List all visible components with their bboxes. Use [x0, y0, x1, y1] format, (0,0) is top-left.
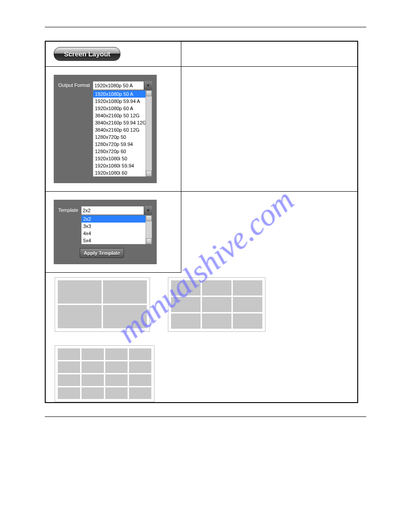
footer-divider	[45, 416, 366, 417]
apply-template-button[interactable]: Apply Template	[80, 248, 124, 258]
dropdown-option[interactable]: 1920x1080i 60	[93, 169, 146, 176]
chevron-down-icon[interactable]: ▼	[144, 81, 152, 90]
output-format-label: Output Format	[58, 81, 90, 88]
template-panel: Template ▼ 2x2 3x3 4x4 5x4	[54, 200, 157, 264]
dropdown-option[interactable]: 1280x720p 60	[93, 148, 146, 155]
dropdown-option[interactable]: 1280x720p 59.94	[93, 141, 146, 148]
dropdown-option[interactable]: 3x3	[81, 223, 146, 230]
template-preview-4x4	[55, 345, 154, 402]
dropdown-option[interactable]: 1920x1080p 59.94 A	[93, 98, 146, 105]
dropdown-option[interactable]: 1920x1080i 50	[93, 155, 146, 162]
dropdown-option[interactable]: 1280x720p 50	[93, 133, 146, 141]
dropdown-option[interactable]: 1920x1080i 59.94	[93, 162, 146, 169]
empty-cell	[181, 192, 358, 273]
dropdown-option[interactable]: 1920x1080p 60 A	[93, 105, 146, 112]
empty-cell	[181, 41, 358, 67]
layout-table: Screen Layout Output Format ▼ 1920x1080p…	[45, 41, 358, 403]
dropdown-option[interactable]: 4x4	[81, 230, 146, 237]
dropdown-option[interactable]: 2x2	[81, 215, 146, 223]
template-preview-2x2	[55, 277, 150, 332]
template-dropdown[interactable]: 2x2 3x3 4x4 5x4	[81, 215, 152, 245]
template-input[interactable]	[81, 206, 152, 215]
dropdown-option[interactable]: 3840x2160p 50 12G	[93, 112, 146, 119]
dropdown-option[interactable]: 1920x1080p 50 A	[93, 90, 146, 98]
screen-layout-button[interactable]: Screen Layout	[54, 47, 120, 61]
dropdown-option[interactable]: 3840x2160p 59.94 12G	[93, 119, 146, 126]
header-divider	[45, 27, 366, 27]
template-thumbnails	[46, 273, 357, 402]
template-label: Template	[58, 206, 78, 213]
template-preview-3x3	[168, 277, 265, 332]
scrollbar[interactable]	[146, 90, 152, 176]
chevron-down-icon[interactable]: ▼	[144, 206, 152, 215]
empty-cell	[181, 67, 358, 192]
scrollbar[interactable]	[146, 215, 152, 244]
dropdown-option[interactable]: 3840x2160p 60 12G	[93, 126, 146, 133]
output-format-dropdown[interactable]: 1920x1080p 50 A 1920x1080p 59.94 A 1920x…	[93, 90, 152, 177]
output-format-panel: Output Format ▼ 1920x1080p 50 A 1920x108…	[54, 75, 157, 183]
dropdown-option[interactable]: 5x4	[81, 237, 146, 244]
